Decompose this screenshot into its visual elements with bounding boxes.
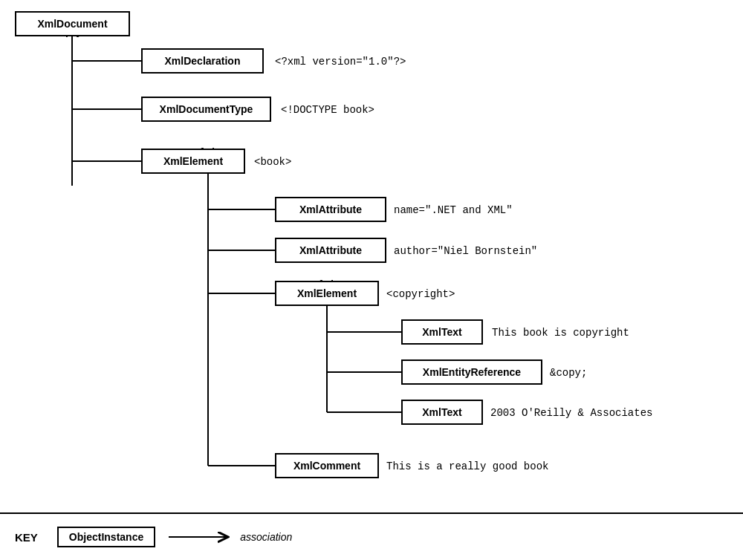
label-text1: This book is copyright (492, 327, 629, 339)
label-doctype: <!DOCTYPE book> (281, 104, 374, 116)
label-declaration: <?xml version="1.0"?> (275, 56, 406, 68)
label-comment: This is a really good book (386, 460, 548, 472)
key-association-label: association (240, 531, 292, 543)
key-label: KEY (15, 531, 38, 544)
key-object-instance-box: ObjectInstance (57, 527, 155, 547)
key-section: KEY ObjectInstance association (0, 512, 743, 560)
box-xmldocumenttype: XmlDocumentType (141, 97, 271, 122)
box-xmlentityreference: XmlEntityReference (401, 359, 542, 385)
label-entityref: &copy; (550, 367, 587, 379)
label-text2: 2003 O'Reilly & Associates (490, 407, 652, 419)
label-element2: <copyright> (386, 288, 455, 300)
box-xmldocument: XmlDocument (15, 11, 130, 36)
key-arrow-svg (167, 530, 234, 544)
label-attr2: author="Niel Bornstein" (394, 245, 537, 257)
label-attr1: name=".NET and XML" (394, 204, 513, 216)
box-xmlelement1: XmlElement (141, 149, 245, 174)
box-xmlattribute1: XmlAttribute (275, 197, 386, 222)
box-xmlcomment: XmlComment (275, 453, 379, 478)
diagram-area: XmlDocument XmlDeclaration XmlDocumentTy… (0, 0, 743, 512)
box-xmlattribute2: XmlAttribute (275, 238, 386, 263)
box-xmltext1: XmlText (401, 319, 483, 345)
label-element1: <book> (254, 156, 291, 168)
key-arrow-area: association (167, 530, 292, 544)
box-xmldeclaration: XmlDeclaration (141, 48, 264, 74)
box-xmltext2: XmlText (401, 400, 483, 425)
box-xmlelement2: XmlElement (275, 281, 379, 306)
